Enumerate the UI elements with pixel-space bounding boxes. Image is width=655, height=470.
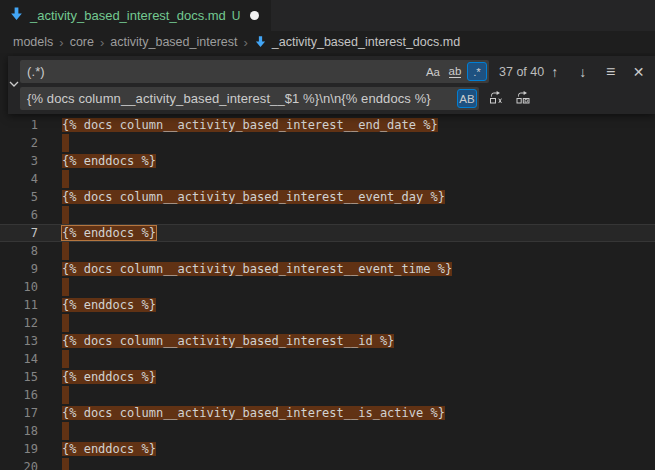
code-line[interactable]: 17{% docs column__activity_based_interes… <box>0 404 655 422</box>
line-content: {% docs column__activity_based_interest_… <box>38 188 445 206</box>
code-line[interactable]: 14 <box>0 350 655 368</box>
markdown-file-icon <box>9 6 24 25</box>
code-line[interactable]: 10 <box>0 278 655 296</box>
toggle-replace-button[interactable] <box>8 56 20 114</box>
line-content: {% enddocs %} <box>38 440 156 458</box>
line-content <box>38 350 69 368</box>
replace-icon <box>488 89 504 108</box>
breadcrumb-item-file[interactable]: _activity_based_interest_docs.md <box>254 35 460 49</box>
replace-input-box: {% docs column__activity_based_interest_… <box>20 87 479 110</box>
line-number: 15 <box>0 368 38 386</box>
current-find-match: {% enddocs %} <box>62 226 156 240</box>
line-number: 20 <box>0 458 38 470</box>
line-number: 19 <box>0 440 38 458</box>
zero-width-find-match <box>62 350 69 368</box>
line-number: 6 <box>0 206 38 224</box>
zero-width-find-match <box>62 278 69 296</box>
code-line[interactable]: 5{% docs column__activity_based_interest… <box>0 188 655 206</box>
line-number: 1 <box>0 116 38 134</box>
breadcrumb-item-core[interactable]: core <box>70 35 94 49</box>
code-line[interactable]: 15{% enddocs %} <box>0 368 655 386</box>
zero-width-find-match <box>62 134 69 152</box>
line-content <box>38 314 69 332</box>
line-number: 10 <box>0 278 38 296</box>
vscode-window: _activity_based_interest_docs.md U model… <box>0 0 655 470</box>
editor-pane[interactable]: (.*) Aa ab .* 37 of 40 ↑ ↓ ≡ ✕ <box>0 53 655 470</box>
find-match: {% docs column__activity_based_interest_… <box>62 262 452 276</box>
line-content <box>38 386 69 404</box>
git-status-badge: U <box>232 9 241 23</box>
find-match: {% enddocs %} <box>62 442 156 456</box>
find-match: {% docs column__activity_based_interest_… <box>62 334 394 348</box>
next-match-button[interactable]: ↓ <box>572 61 593 82</box>
code-line[interactable]: 18 <box>0 422 655 440</box>
code-line[interactable]: 3{% enddocs %} <box>0 152 655 170</box>
match-case-button[interactable]: Aa <box>423 62 443 81</box>
preserve-case-button[interactable]: AB <box>457 89 477 108</box>
find-match: {% docs column__activity_based_interest_… <box>62 118 438 132</box>
replace-row: {% docs column__activity_based_interest_… <box>20 87 655 110</box>
zero-width-find-match <box>62 170 69 188</box>
line-number: 12 <box>0 314 38 332</box>
whole-word-button[interactable]: ab <box>445 62 465 81</box>
line-content <box>38 242 69 260</box>
replace-all-button[interactable] <box>512 88 533 109</box>
code-line[interactable]: 20 <box>0 458 655 470</box>
code-line[interactable]: 6 <box>0 206 655 224</box>
match-count: 37 of 40 <box>499 65 544 79</box>
replace-button[interactable] <box>485 88 506 109</box>
previous-match-button[interactable]: ↑ <box>544 61 565 82</box>
code-line[interactable]: 7{% enddocs %} <box>0 224 655 242</box>
breadcrumb-item-activity-based-interest[interactable]: activity_based_interest <box>110 35 237 49</box>
code-line[interactable]: 16 <box>0 386 655 404</box>
editor-tab[interactable]: _activity_based_interest_docs.md U <box>0 0 271 31</box>
line-number: 2 <box>0 134 38 152</box>
replace-input[interactable]: {% docs column__activity_based_interest_… <box>27 91 455 106</box>
line-content: {% docs column__activity_based_interest_… <box>38 332 394 350</box>
markdown-file-icon <box>254 35 267 49</box>
zero-width-find-match <box>62 458 69 470</box>
line-content: {% enddocs %} <box>38 368 156 386</box>
find-input[interactable]: (.*) <box>27 64 421 79</box>
line-number: 8 <box>0 242 38 260</box>
code-line[interactable]: 2 <box>0 134 655 152</box>
line-content <box>38 278 69 296</box>
code-line[interactable]: 8 <box>0 242 655 260</box>
zero-width-find-match <box>62 422 69 440</box>
line-content: {% enddocs %} <box>38 224 156 242</box>
code-line[interactable]: 11{% enddocs %} <box>0 296 655 314</box>
line-content: {% enddocs %} <box>38 152 156 170</box>
zero-width-find-match <box>62 206 69 224</box>
line-number: 4 <box>0 170 38 188</box>
find-replace-widget: (.*) Aa ab .* 37 of 40 ↑ ↓ ≡ ✕ <box>8 56 655 114</box>
code-line[interactable]: 13{% docs column__activity_based_interes… <box>0 332 655 350</box>
tab-filename: _activity_based_interest_docs.md <box>30 8 226 23</box>
code-line[interactable]: 19{% enddocs %} <box>0 440 655 458</box>
find-match: {% enddocs %} <box>62 154 156 168</box>
line-number: 18 <box>0 422 38 440</box>
line-number: 11 <box>0 296 38 314</box>
find-in-selection-icon: ≡ <box>606 63 615 81</box>
line-content <box>38 458 69 470</box>
line-number: 5 <box>0 188 38 206</box>
line-number: 16 <box>0 386 38 404</box>
regex-button[interactable]: .* <box>467 62 487 81</box>
find-row: (.*) Aa ab .* 37 of 40 ↑ ↓ ≡ ✕ <box>20 60 655 83</box>
close-find-button[interactable]: ✕ <box>628 61 649 82</box>
chevron-down-icon <box>8 76 20 94</box>
breadcrumb-item-models[interactable]: models <box>13 35 53 49</box>
line-content: {% docs column__activity_based_interest_… <box>38 260 452 278</box>
zero-width-find-match <box>62 386 69 404</box>
code-line[interactable]: 1{% docs column__activity_based_interest… <box>0 116 655 134</box>
find-in-selection-button[interactable]: ≡ <box>600 61 621 82</box>
modified-indicator-dot[interactable] <box>250 11 259 20</box>
code-line[interactable]: 9{% docs column__activity_based_interest… <box>0 260 655 278</box>
find-input-box: (.*) Aa ab .* <box>20 60 489 83</box>
breadcrumb-separator: › <box>98 35 106 50</box>
code-line[interactable]: 4 <box>0 170 655 188</box>
zero-width-find-match <box>62 314 69 332</box>
line-number: 9 <box>0 260 38 278</box>
find-match: {% enddocs %} <box>62 370 156 384</box>
line-number: 3 <box>0 152 38 170</box>
code-line[interactable]: 12 <box>0 314 655 332</box>
